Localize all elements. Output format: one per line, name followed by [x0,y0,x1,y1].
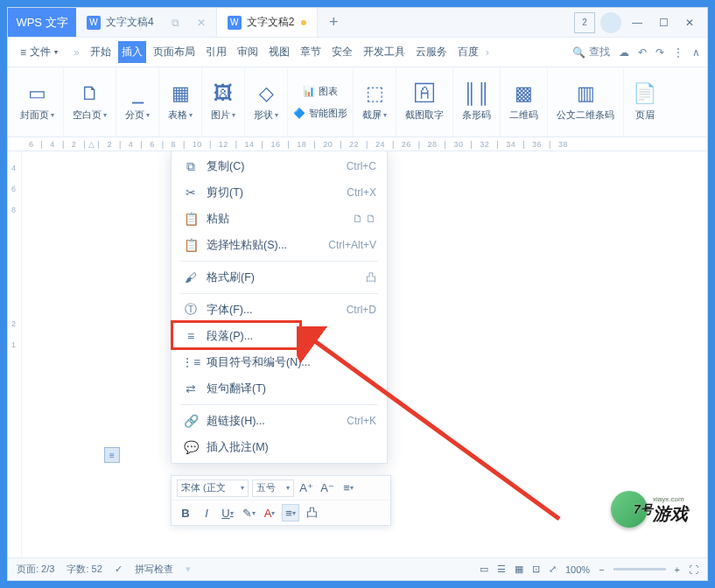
tool-header[interactable]: 📄页眉 [624,67,665,136]
vertical-ruler[interactable]: 468 21 [10,151,22,557]
title-indicator[interactable]: 2 [574,12,595,33]
comment-icon: 💬 [182,440,200,454]
fullscreen-icon[interactable]: ⛶ [689,564,698,575]
menu-start[interactable]: 开始 [87,41,115,63]
page-floating-icon[interactable]: ≡ [104,447,120,463]
tool-blank[interactable]: 🗋空白页▾ [64,67,116,136]
tool-officialdoc[interactable]: ▥公文二维条码 [548,67,624,136]
font-color-button[interactable]: A▾ [261,504,278,522]
doc-icon: W [228,16,242,30]
tab-doc2[interactable]: W 文字文稿2 [217,8,319,37]
zoom-out-button[interactable]: − [599,564,604,575]
ctx-translate[interactable]: ⇄短句翻译(T) [172,375,387,402]
window-controls: 2 — ☐ ✕ [574,8,707,37]
tool-chart-smart[interactable]: 📊图表 🔷智能图形 [288,67,354,136]
status-page[interactable]: 页面: 2/3 [17,563,54,576]
font-icon: Ⓣ [182,302,200,318]
menu-review[interactable]: 审阅 [234,41,262,63]
menu-tabs: 开始 插入 页面布局 引用 审阅 视图 章节 安全 开发工具 云服务 百度 › [87,41,489,63]
menu-cloud[interactable]: 云服务 [412,41,451,63]
grow-font-button[interactable]: A⁺ [298,480,315,497]
tool-table[interactable]: ▦表格▾ [159,67,202,136]
status-spellcheck[interactable]: 拼写检查 [135,563,173,576]
overflow-icon[interactable]: › [486,46,489,59]
font-size-select[interactable]: 五号▾ [252,480,294,497]
more-icon[interactable]: ⋮ [673,46,683,59]
copy-icon: ⧉ [182,159,200,174]
file-menu-button[interactable]: ≡ 文件 ▾ [15,41,63,63]
tool-picture[interactable]: 🖼图片▾ [202,67,245,136]
document-area[interactable]: 468 21 ≡ ⧉复制(C)Ctrl+C ✂剪切(T)Ctrl+X 📋粘贴🗋 … [8,151,707,557]
undo-icon[interactable]: ↶ [638,46,647,59]
titlebar: WPS 文字 W 文字文稿4 ⧉ ✕ W 文字文稿2 + 2 — ☐ ✕ [8,8,707,38]
menu-section[interactable]: 章节 [297,41,325,63]
tool-barcode[interactable]: ║║条形码 [453,67,501,136]
zoom-slider[interactable] [613,568,666,570]
minimize-button[interactable]: — [627,12,648,33]
maximize-button[interactable]: ☐ [653,12,674,33]
tab-close-icon[interactable]: ✕ [197,17,206,29]
tool-qrcode[interactable]: ▩二维码 [501,67,548,136]
ctx-comment[interactable]: 💬插入批注(M) [172,434,387,460]
ctx-bullets[interactable]: ⋮≡项目符号和编号(N)... [172,349,387,375]
hamburger-icon: ≡ [20,46,26,59]
avatar-icon[interactable] [600,12,621,33]
bold-button[interactable]: B [177,504,194,522]
highlight-button[interactable]: ✎▾ [240,504,257,522]
menu-insert[interactable]: 插入 [118,41,146,63]
status-wordcount[interactable]: 字数: 52 [67,563,102,576]
underline-button[interactable]: U▾ [219,504,236,522]
close-button[interactable]: ✕ [679,12,700,33]
view-read-icon[interactable]: ☰ [497,564,506,575]
spellcheck-icon[interactable]: ✓ [115,564,123,575]
shrink-font-button[interactable]: A⁻ [319,480,336,497]
ctx-hyperlink[interactable]: 🔗超链接(H)...Ctrl+K [172,408,387,434]
bullets-icon: ⋮≡ [182,355,200,369]
tab-close-icon[interactable]: ⧉ [172,17,179,29]
tool-cover[interactable]: ▭封面页▾ [11,67,64,136]
menu-devtools[interactable]: 开发工具 [360,41,409,63]
tool-pagebreak[interactable]: ⎯分页▾ [116,67,159,136]
overflow-icon[interactable]: » [74,46,80,59]
zoom-in-button[interactable]: + [675,564,680,575]
ctx-format-painter[interactable]: 🖌格式刷(F)凸 [172,264,387,290]
view-outline-icon[interactable]: ⊡ [532,564,540,575]
italic-button[interactable]: I [198,504,215,522]
view-web-icon[interactable]: ▦ [515,564,523,575]
search-button[interactable]: 🔍查找 [572,45,610,60]
menu-baidu[interactable]: 百度 [454,41,482,63]
indent-button[interactable]: 凸 [303,504,320,522]
fit-icon[interactable]: ⤢ [549,564,557,575]
format-painter-icon: 🖌 [182,270,200,284]
tab-add-button[interactable]: + [318,8,349,37]
tool-shape[interactable]: ◇形状▾ [245,67,288,136]
menu-security[interactable]: 安全 [328,41,356,63]
ctx-paste[interactable]: 📋粘贴🗋 🗋 [172,206,387,232]
ctx-paragraph[interactable]: ≡段落(P)... [172,323,387,349]
app-window: WPS 文字 W 文字文稿4 ⧉ ✕ W 文字文稿2 + 2 — ☐ ✕ ≡ 文… [7,7,708,581]
linespace-button[interactable]: ≡▾ [340,480,357,497]
font-name-select[interactable]: 宋体 (正文▾ [177,480,249,497]
tool-screenshot[interactable]: ⬚截屏▾ [354,67,396,136]
ctx-font[interactable]: Ⓣ字体(F)...Ctrl+D [172,297,387,323]
ctx-paste-special[interactable]: 📋选择性粘贴(S)...Ctrl+Alt+V [172,232,387,258]
horizontal-ruler[interactable]: 6|4|2| △ |2|4|6|8|10|12|14|16|18|20|22|2… [8,137,707,151]
ctx-copy[interactable]: ⧉复制(C)Ctrl+C [172,153,387,179]
app-badge[interactable]: WPS 文字 [8,8,76,37]
menu-view[interactable]: 视图 [265,41,293,63]
menu-pagelayout[interactable]: 页面布局 [150,41,199,63]
tab-doc4[interactable]: W 文字文稿4 ⧉ ✕ [76,8,217,37]
tool-screentext[interactable]: 🄰截图取字 [396,67,453,136]
ctx-cut[interactable]: ✂剪切(T)Ctrl+X [172,179,387,206]
menu-reference[interactable]: 引用 [202,41,230,63]
cloud-icon[interactable]: ☁ [619,46,629,59]
barcode-icon: ║║ [463,82,490,105]
align-button[interactable]: ≡▾ [282,504,299,522]
redo-icon[interactable]: ↷ [655,46,664,59]
zoom-value[interactable]: 100% [565,564,590,575]
expand-icon[interactable]: ∧ [692,46,700,59]
file-label: 文件 [30,45,51,60]
menubar-right: 🔍查找 ☁ ↶ ↷ ⋮ ∧ [572,45,700,60]
view-print-icon[interactable]: ▭ [480,564,488,575]
translate-icon: ⇄ [182,382,200,396]
